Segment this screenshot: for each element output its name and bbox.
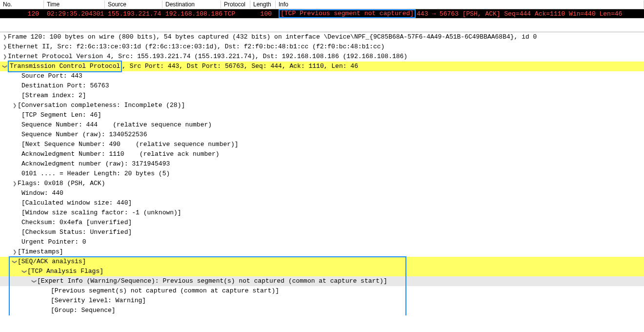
- tree-frame[interactable]: ❯ Frame 120: 100 bytes on wire (800 bits…: [0, 32, 644, 42]
- col-header-destination[interactable]: Destination: [162, 0, 221, 8]
- prev-seg-text: [Previous segment(s) not captured (commo…: [51, 286, 279, 296]
- winscale-text: [Window size scaling factor: -1 (unknown…: [21, 208, 181, 218]
- packet-row[interactable]: 120 02:29:35.204301 155.193.221.74 192.1…: [0, 9, 644, 18]
- expand-icon[interactable]: ❯: [2, 42, 8, 52]
- urgent-text: Urgent Pointer: 0: [21, 237, 86, 247]
- tcpflags-text: [TCP Analysis Flags]: [27, 267, 103, 276]
- stream-text: [Stream index: 2]: [21, 91, 86, 101]
- tree-flags[interactable]: ❯ Flags: 0x018 (PSH, ACK): [0, 179, 644, 188]
- collapse-icon[interactable]: ❯: [10, 259, 20, 265]
- window-text: Window: 440: [21, 188, 63, 198]
- cell-time: 02:29:35.204301: [44, 10, 105, 18]
- packet-details-pane[interactable]: ❯ Frame 120: 100 bytes on wire (800 bits…: [0, 32, 644, 315]
- pane-gap: [0, 19, 644, 32]
- info-rest: 443 → 56763 [PSH, ACK] Seq=444 Ack=1110 …: [416, 10, 622, 18]
- col-header-source[interactable]: Source: [105, 0, 162, 8]
- tree-expert-info[interactable]: ❯ [Expert Info (Warning/Sequence): Previ…: [0, 276, 644, 286]
- cell-source: 155.193.221.74: [105, 10, 162, 18]
- collapse-icon[interactable]: ❯: [20, 269, 29, 274]
- dst-port-text: Destination Port: 56763: [21, 81, 109, 91]
- hdrlen-text: 0101 .... = Header Length: 20 bytes (5): [21, 169, 170, 179]
- tree-ack[interactable]: Acknowledgment Number: 1110 (relative ac…: [0, 149, 644, 159]
- packet-list-header: No. Time Source Destination Protocol Len…: [0, 0, 644, 9]
- tree-frame-text: Frame 120: 100 bytes on wire (800 bits),…: [8, 32, 537, 42]
- tree-ethernet[interactable]: ❯ Ethernet II, Src: f2:6c:13:ce:03:1d (f…: [0, 42, 644, 52]
- tree-src-port[interactable]: Source Port: 443: [0, 71, 644, 81]
- collapse-icon[interactable]: ❯: [0, 63, 10, 69]
- seq-raw-text: Sequence Number (raw): 1340522536: [21, 130, 147, 140]
- conv-text: [Conversation completeness: Incomplete (…: [18, 101, 185, 110]
- cell-protocol: TCP: [221, 10, 250, 18]
- tree-next-seq[interactable]: [Next Sequence Number: 490 (relative seq…: [0, 140, 644, 149]
- tree-tcp[interactable]: ❯ Transmission Control Protocol, Src Por…: [0, 62, 644, 71]
- tcp-rest: , Src Port: 443, Dst Port: 56763, Seq: 4…: [122, 62, 358, 71]
- calcwin-text: [Calculated window size: 440]: [21, 198, 132, 208]
- info-warning-bracket: [TCP Previous segment not captured]: [279, 9, 416, 18]
- tree-seq[interactable]: Sequence Number: 444 (relative sequence …: [0, 120, 644, 130]
- cell-no: 120: [0, 10, 44, 18]
- seqack-text: [SEQ/ACK analysis]: [18, 257, 86, 267]
- ack-text: Acknowledgment Number: 1110 (relative ac…: [21, 149, 220, 159]
- tree-chkstatus[interactable]: [Checksum Status: Unverified]: [0, 228, 644, 237]
- tree-winscale[interactable]: [Window size scaling factor: -1 (unknown…: [0, 208, 644, 218]
- tree-hdrlen[interactable]: 0101 .... = Header Length: 20 bytes (5): [0, 169, 644, 179]
- expert-text: [Expert Info (Warning/Sequence): Previou…: [37, 276, 387, 286]
- tree-severity[interactable]: [Severity level: Warning]: [0, 296, 644, 306]
- tree-seqack[interactable]: ❯ [SEQ/ACK analysis]: [0, 257, 644, 267]
- expand-icon[interactable]: ❯: [2, 52, 8, 62]
- col-header-info[interactable]: Info: [276, 0, 644, 8]
- tree-seglen[interactable]: [TCP Segment Len: 46]: [0, 110, 644, 120]
- tree-ip-text: Internet Protocol Version 4, Src: 155.19…: [8, 52, 407, 62]
- tree-tcpflags[interactable]: ❯ [TCP Analysis Flags]: [0, 267, 644, 276]
- src-port-text: Source Port: 443: [21, 71, 82, 81]
- seq-text: Sequence Number: 444 (relative sequence …: [21, 120, 212, 130]
- tree-urgent[interactable]: Urgent Pointer: 0: [0, 237, 644, 247]
- expand-icon[interactable]: ❯: [12, 101, 18, 110]
- expand-icon[interactable]: ❯: [2, 32, 8, 42]
- tree-eth-text: Ethernet II, Src: f2:6c:13:ce:03:1d (f2:…: [8, 42, 384, 52]
- col-header-length[interactable]: Length: [250, 0, 276, 8]
- expand-icon[interactable]: ❯: [12, 179, 18, 188]
- tree-conv-completeness[interactable]: ❯ [Conversation completeness: Incomplete…: [0, 101, 644, 110]
- col-header-protocol[interactable]: Protocol: [221, 0, 250, 8]
- next-seq-text: [Next Sequence Number: 490 (relative seq…: [21, 140, 239, 149]
- tree-stream[interactable]: [Stream index: 2]: [0, 91, 644, 101]
- tree-seq-raw[interactable]: Sequence Number (raw): 1340522536: [0, 130, 644, 140]
- collapse-icon[interactable]: ❯: [29, 278, 39, 284]
- tree-dst-port[interactable]: Destination Port: 56763: [0, 81, 644, 91]
- severity-text: [Severity level: Warning]: [51, 296, 146, 306]
- cell-destination: 192.168.108.186: [162, 10, 221, 18]
- cell-length: 100: [250, 10, 276, 18]
- tree-prev-seg[interactable]: [Previous segment(s) not captured (commo…: [0, 286, 644, 296]
- tree-calcwin[interactable]: [Calculated window size: 440]: [0, 198, 644, 208]
- tree-ip[interactable]: ❯ Internet Protocol Version 4, Src: 155.…: [0, 52, 644, 62]
- tree-ack-raw[interactable]: Acknowledgment number (raw): 3171945493: [0, 159, 644, 169]
- tree-window[interactable]: Window: 440: [0, 188, 644, 198]
- col-header-no[interactable]: No.: [0, 0, 44, 8]
- chkstatus-text: [Checksum Status: Unverified]: [21, 228, 132, 237]
- tree-checksum[interactable]: Checksum: 0x4efa [unverified]: [0, 218, 644, 228]
- flags-text: Flags: 0x018 (PSH, ACK): [18, 179, 105, 188]
- tcp-label-highlight: Transmission Control Protocol: [8, 61, 122, 72]
- cell-info: [TCP Previous segment not captured] 443 …: [276, 9, 644, 18]
- tree-group[interactable]: [Group: Sequence]: [0, 306, 644, 315]
- tree-timestamps[interactable]: ❯ [Timestamps]: [0, 247, 644, 257]
- group-text: [Group: Sequence]: [51, 306, 116, 315]
- packet-list: No. Time Source Destination Protocol Len…: [0, 0, 644, 19]
- timestamps-text: [Timestamps]: [18, 247, 63, 257]
- ack-raw-text: Acknowledgment number (raw): 3171945493: [21, 159, 170, 169]
- col-header-time[interactable]: Time: [44, 0, 105, 8]
- expand-icon[interactable]: ❯: [12, 247, 18, 257]
- seglen-text: [TCP Segment Len: 46]: [21, 110, 101, 120]
- checksum-text: Checksum: 0x4efa [unverified]: [21, 218, 132, 228]
